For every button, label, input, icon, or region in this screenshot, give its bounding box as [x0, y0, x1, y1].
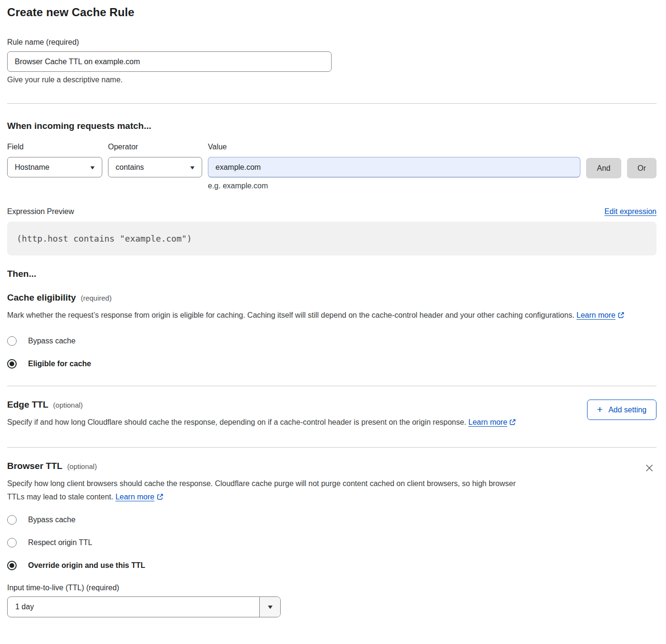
expression-preview-label: Expression Preview — [7, 207, 74, 216]
radio-label: Eligible for cache — [28, 360, 91, 368]
cache-eligibility-required-tag: (required) — [81, 294, 112, 302]
chevron-down-icon: ▼ — [266, 604, 274, 610]
radio-icon — [7, 538, 17, 547]
value-input[interactable] — [208, 157, 580, 177]
ttl-select-value: 1 day — [8, 597, 259, 617]
radio-label: Bypass cache — [28, 337, 76, 345]
radio-override-origin-ttl[interactable]: Override origin and use this TTL — [7, 561, 656, 570]
match-heading: When incoming requests match... — [7, 121, 656, 131]
or-button[interactable]: Or — [627, 158, 656, 178]
browser-ttl-options: Bypass cache Respect origin TTL Override… — [7, 515, 656, 570]
add-setting-button[interactable]: + Add setting — [587, 400, 656, 420]
radio-label: Override origin and use this TTL — [28, 561, 145, 570]
operator-select-value: contains — [116, 163, 144, 172]
rule-name-helper: Give your rule a descriptive name. — [7, 76, 656, 84]
browser-ttl-section: Browser TTL (optional) Specify how long … — [7, 461, 656, 505]
ttl-select-arrow[interactable]: ▼ — [259, 597, 280, 617]
radio-label: Respect origin TTL — [28, 538, 92, 547]
and-button[interactable]: And — [586, 158, 621, 178]
value-helper: e.g. example.com — [208, 182, 580, 190]
browser-ttl-header: Browser TTL (optional) — [7, 461, 642, 471]
edge-ttl-description-text: Specify if and how long Cloudflare shoul… — [7, 418, 466, 426]
expression-preview-row: Expression Preview Edit expression — [7, 207, 656, 216]
add-setting-label: Add setting — [608, 406, 646, 414]
radio-icon — [7, 336, 17, 346]
cache-eligibility-learn-more-link[interactable]: Learn more — [577, 311, 616, 319]
page-title: Create new Cache Rule — [7, 6, 656, 19]
match-condition-row: Field Hostname ▼ Operator contains ▼ Val… — [7, 143, 656, 190]
section-divider — [7, 103, 656, 104]
then-heading: Then... — [7, 269, 656, 279]
radio-browser-bypass-cache[interactable]: Bypass cache — [7, 515, 656, 525]
external-link-icon — [509, 417, 516, 430]
browser-ttl-optional-tag: (optional) — [67, 462, 97, 470]
cache-eligibility-header: Cache eligibility (required) — [7, 293, 656, 303]
radio-icon — [7, 561, 17, 570]
chevron-down-icon: ▼ — [89, 165, 96, 170]
value-column: Value e.g. example.com — [208, 143, 580, 190]
external-link-icon — [617, 310, 625, 323]
field-select[interactable]: Hostname ▼ — [7, 157, 102, 177]
cache-eligibility-options: Bypass cache Eligible for cache — [7, 336, 656, 369]
close-icon — [644, 463, 655, 473]
cache-eligibility-description: Mark whether the request’s response from… — [7, 309, 647, 323]
edge-ttl-description: Specify if and how long Cloudflare shoul… — [7, 416, 528, 430]
value-label: Value — [208, 143, 580, 151]
operator-label: Operator — [108, 143, 202, 151]
chevron-down-icon: ▼ — [189, 165, 196, 170]
radio-icon — [7, 359, 17, 369]
rule-name-input[interactable] — [7, 51, 332, 72]
browser-ttl-learn-more-link[interactable]: Learn more — [116, 493, 155, 501]
ttl-input-label: Input time-to-live (TTL) (required) — [7, 584, 656, 592]
cache-eligibility-title: Cache eligibility — [7, 293, 76, 303]
edge-ttl-optional-tag: (optional) — [53, 401, 83, 409]
section-divider — [7, 386, 656, 386]
radio-label: Bypass cache — [28, 516, 76, 524]
remove-browser-ttl-button[interactable] — [642, 461, 656, 475]
field-column: Field Hostname ▼ — [7, 143, 102, 177]
browser-ttl-description-text: Specify how long client browsers should … — [7, 479, 516, 501]
cache-eligibility-description-text: Mark whether the request’s response from… — [7, 311, 574, 319]
expression-code: (http.host contains "example.com") — [7, 222, 656, 255]
external-link-icon — [157, 491, 164, 505]
edge-ttl-section: Edge TTL (optional) Specify if and how l… — [7, 400, 656, 430]
operator-select[interactable]: contains ▼ — [108, 157, 202, 177]
create-cache-rule-form: Create new Cache Rule Rule name (require… — [0, 0, 666, 632]
radio-respect-origin-ttl[interactable]: Respect origin TTL — [7, 538, 656, 547]
plus-icon: + — [597, 404, 603, 414]
edge-ttl-content: Edge TTL (optional) Specify if and how l… — [7, 400, 587, 430]
rule-name-label: Rule name (required) — [7, 38, 656, 47]
edge-ttl-header: Edge TTL (optional) — [7, 400, 587, 410]
field-label: Field — [7, 143, 102, 151]
radio-icon — [7, 515, 17, 525]
field-select-value: Hostname — [15, 163, 49, 172]
ttl-select[interactable]: 1 day ▼ — [7, 596, 281, 617]
browser-ttl-description: Specify how long client browsers should … — [7, 477, 528, 505]
edge-ttl-learn-more-link[interactable]: Learn more — [469, 418, 508, 426]
edge-ttl-title: Edge TTL — [7, 400, 49, 410]
radio-eligible-for-cache[interactable]: Eligible for cache — [7, 359, 656, 369]
edit-expression-link[interactable]: Edit expression — [605, 207, 656, 216]
radio-bypass-cache[interactable]: Bypass cache — [7, 336, 656, 346]
operator-column: Operator contains ▼ — [108, 143, 202, 177]
browser-ttl-title: Browser TTL — [7, 461, 62, 471]
section-divider — [7, 447, 656, 448]
browser-ttl-content: Browser TTL (optional) Specify how long … — [7, 461, 642, 505]
